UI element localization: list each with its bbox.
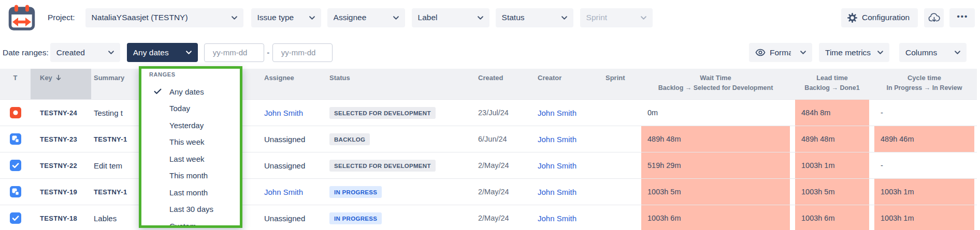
status-badge: BACKLOG [329,133,370,145]
header-cycle-time[interactable]: Cycle time In Progress → In Review [872,69,977,99]
assignee-value[interactable]: Unassigned [264,214,305,223]
header-lead-time-transition: Backlog → Done1 [792,84,872,91]
issue-summary[interactable]: TESTNY-1 [94,135,127,143]
header-sprint[interactable]: Sprint [598,69,639,99]
assignee-value[interactable]: Unassigned [264,161,305,170]
cycle-time-cell: - [874,100,974,126]
header-wait-time-transition: Backlog → Selected for Development [639,84,792,91]
more-actions-button[interactable]: ••• [949,8,975,27]
assignee-value[interactable]: Unassigned [264,135,305,144]
ellipsis-icon: ••• [957,12,969,21]
wait-time-cell: 489h 48m [641,126,790,152]
cycle-time-cell: - [874,152,974,178]
ranges-dropdown-menu: RANGES Any dates Today Yesterday This we… [139,66,242,228]
top-toolbar: Project: NataliaYSaasjet (TESTNY) Issue … [0,0,980,35]
ranges-menu-item[interactable]: Custom [141,218,240,228]
wait-time-cell: 1003h 5m [641,179,790,205]
date-to-input[interactable] [272,43,333,62]
wait-time-cell: 0m [641,100,790,126]
task-icon [10,212,21,224]
header-wait-time[interactable]: Wait Time Backlog → Selected for Develop… [639,69,792,99]
ranges-menu-title: RANGES [149,71,240,79]
ranges-menu-item[interactable]: Any dates [141,83,240,100]
date-from-input[interactable] [204,43,264,62]
label-filter[interactable]: Label [412,8,489,27]
creator-link[interactable]: John Smith [538,135,577,144]
project-label: Project: [48,13,75,22]
sort-desc-icon [56,74,61,81]
header-creator[interactable]: Creator [534,69,598,99]
issue-type-filter[interactable]: Issue type [251,8,321,27]
chevron-down-icon [478,16,483,20]
issue-type-cell [0,126,31,152]
date-ranges-label: Date ranges: [3,48,49,57]
issue-key[interactable]: TESTNY-24 [40,109,77,117]
ranges-menu-item[interactable]: Yesterday [141,117,240,134]
created-date: 2/May/24 [478,161,509,170]
date-field-select[interactable]: Created [50,43,120,62]
chevron-down-icon [800,51,806,54]
date-range-select[interactable]: Any dates [127,43,198,62]
check-icon [154,88,162,95]
subtask-icon [10,186,21,197]
created-date: 2/May/24 [478,188,509,196]
project-select[interactable]: NataliaYSaasjet (TESTNY) [85,8,243,27]
columns-button[interactable]: Columns [899,43,967,62]
ranges-menu-item[interactable]: Last 30 days [141,201,240,218]
creator-link[interactable]: John Smith [538,214,577,223]
header-type[interactable]: T [0,69,31,99]
ranges-menu-item[interactable]: This week [141,134,240,151]
header-lead-time[interactable]: Lead time Backlog → Done1 [792,69,872,99]
issue-key[interactable]: TESTNY-23 [40,135,77,143]
subtask-icon [10,133,21,145]
creator-link[interactable]: John Smith [538,161,577,170]
ranges-menu-item[interactable]: Last week [141,150,240,167]
issue-summary[interactable]: Lables [94,214,117,223]
status-badge: IN PROGRESS [329,186,382,198]
created-date: 2/May/24 [478,214,509,222]
chevron-down-icon [108,51,114,54]
issue-summary[interactable]: TESTNY-1 [94,188,127,196]
cycle-time-cell: 489h 46m [874,126,974,152]
issue-key[interactable]: TESTNY-18 [40,214,77,222]
header-assignee[interactable]: Assignee [259,69,324,99]
ranges-menu-item[interactable]: This month [141,167,240,185]
lead-time-cell: 489h 48m [795,126,869,152]
creator-link[interactable]: John Smith [538,188,577,196]
format-button[interactable]: Format [749,43,812,62]
creator-link[interactable]: John Smith [538,109,577,117]
date-ranges-bar: Date ranges: Created Any dates - Format … [0,35,980,70]
issue-type-cell [0,179,31,205]
chevron-down-icon [877,51,883,54]
ranges-menu-items: Any dates Today Yesterday This week Last… [141,83,240,228]
issue-summary[interactable]: Edit tem [94,161,122,170]
issue-summary[interactable]: Testing t [94,109,123,117]
ranges-menu-item[interactable]: Last month [141,184,240,201]
task-icon [10,160,21,171]
header-key[interactable]: Key [31,69,91,99]
assignee-filter[interactable]: Assignee [327,8,405,27]
assignee-value[interactable]: John Smith [264,188,303,196]
header-cycle-time-transition: In Progress → In Review [872,84,977,91]
time-metrics-button[interactable]: Time metrics [819,43,889,62]
issue-type-cell [0,100,31,126]
configuration-button[interactable]: Configuration [841,8,918,27]
issue-key[interactable]: TESTNY-19 [40,188,77,196]
chevron-down-icon [186,51,192,54]
export-button[interactable] [924,8,944,27]
lead-time-cell: 1003h 5m [795,179,869,205]
chevron-down-icon [232,16,237,20]
ranges-menu-item[interactable]: Today [141,100,240,117]
issue-key[interactable]: TESTNY-22 [40,162,77,170]
lead-time-cell: 1003h 6m [795,205,869,230]
issue-type-cell [0,152,31,178]
header-created[interactable]: Created [474,69,534,99]
assignee-value[interactable]: John Smith [264,109,303,117]
cycle-time-cell: 1003h 1m [874,179,974,205]
header-status[interactable]: Status [324,69,474,99]
lead-time-cell: 1003h 1m [795,152,869,178]
status-badge: SELECTED FOR DEVELOPMENT [329,160,436,172]
chevron-down-icon [641,16,646,20]
status-filter[interactable]: Status [496,8,573,27]
time-in-status-app: Project: NataliaYSaasjet (TESTNY) Issue … [0,0,980,230]
